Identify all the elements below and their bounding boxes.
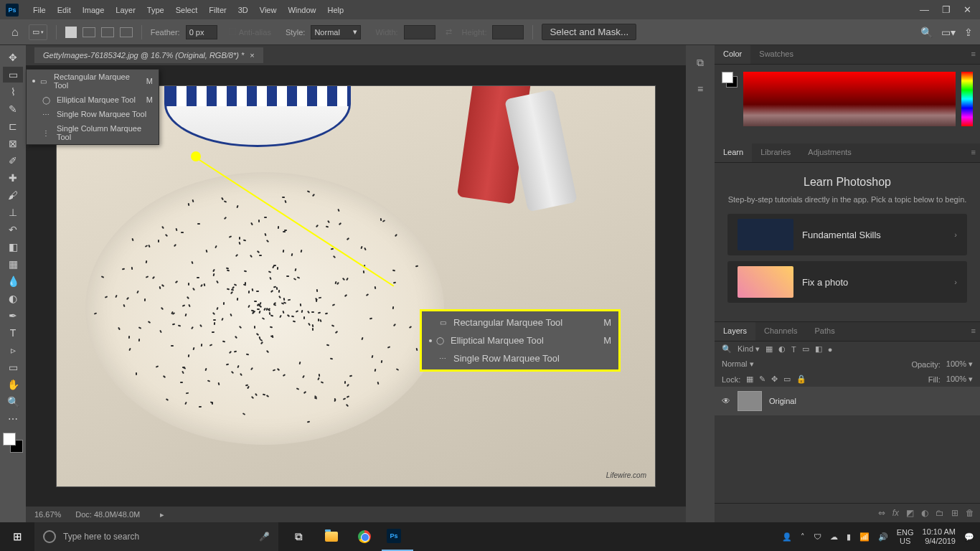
fx-icon[interactable]: fx xyxy=(892,508,899,518)
menu-type[interactable]: Type xyxy=(141,3,170,17)
edit-toolbar[interactable]: ⋯ xyxy=(3,411,23,427)
volume-icon[interactable]: 🔊 xyxy=(878,532,888,542)
layer-thumbnail[interactable] xyxy=(738,391,762,411)
brush-tool[interactable]: 🖌 xyxy=(3,187,23,203)
history-icon[interactable]: ⧉ xyxy=(697,57,704,69)
mic-icon[interactable]: 🎤 xyxy=(259,532,270,542)
menu-3d[interactable]: 3D xyxy=(232,3,254,17)
clock[interactable]: 10:10 AM9/4/2019 xyxy=(923,527,956,546)
people-icon[interactable]: 👤 xyxy=(782,532,792,542)
layer-name[interactable]: Original xyxy=(769,397,796,405)
menu-image[interactable]: Image xyxy=(77,3,110,17)
explorer-icon[interactable] xyxy=(316,522,347,551)
lasso-tool[interactable]: ⌇ xyxy=(3,84,23,100)
search-icon[interactable]: 🔍 xyxy=(920,27,933,38)
delete-icon[interactable]: 🗑 xyxy=(966,508,974,518)
menu-layer[interactable]: Layer xyxy=(110,3,141,17)
status-chevron-icon[interactable]: ▸ xyxy=(160,510,164,519)
flyout-single-row-marquee-tool[interactable]: ⋯Single Row Marquee Tool xyxy=(422,349,618,367)
panel-menu-icon[interactable]: ≡ xyxy=(967,143,980,162)
clone-tool[interactable]: ⊥ xyxy=(3,204,23,220)
task-view-icon[interactable]: ⧉ xyxy=(283,522,314,551)
tab-layers[interactable]: Layers xyxy=(715,322,755,341)
crop-tool[interactable]: ⊏ xyxy=(3,118,23,134)
tab-learn[interactable]: Learn xyxy=(715,143,752,162)
layer-row[interactable]: 👁 Original xyxy=(715,387,980,415)
eyedropper-tool[interactable]: ✐ xyxy=(3,153,23,169)
flyout-single-column-marquee-tool[interactable]: ⋮Single Column Marquee Tool xyxy=(27,121,159,144)
menu-select[interactable]: Select xyxy=(170,3,204,17)
workspace-icon[interactable]: ▭▾ xyxy=(941,27,956,38)
notifications-icon[interactable]: 💬 xyxy=(964,532,974,542)
mask-icon[interactable]: ◩ xyxy=(906,508,914,518)
cloud-icon[interactable]: ☁ xyxy=(830,532,838,542)
properties-icon[interactable]: ≡ xyxy=(697,83,703,95)
type-tool[interactable]: T xyxy=(3,325,23,341)
hand-tool[interactable]: ✋ xyxy=(3,377,23,392)
healing-tool[interactable]: ✚ xyxy=(3,170,23,186)
document-tab[interactable]: GettyImages-76185342.jpg @ 16.7% (Origin… xyxy=(34,47,263,63)
flyout-rectangular-marquee-tool[interactable]: ▭Rectangular Marquee ToolM xyxy=(27,70,159,93)
panel-menu-icon[interactable]: ≡ xyxy=(967,45,980,64)
security-icon[interactable]: 🛡 xyxy=(814,532,821,541)
menu-window[interactable]: Window xyxy=(282,3,321,17)
menu-filter[interactable]: Filter xyxy=(203,3,232,17)
marquee-tool[interactable]: ▭ xyxy=(3,67,23,83)
color-spectrum[interactable] xyxy=(743,72,956,126)
opacity-input[interactable]: 100% ▾ xyxy=(946,359,973,369)
battery-icon[interactable]: ▮ xyxy=(847,532,851,542)
minimize-button[interactable]: — xyxy=(920,4,929,15)
menu-file[interactable]: File xyxy=(27,3,52,17)
hue-strip[interactable] xyxy=(961,72,973,126)
flyout-single-row-marquee-tool[interactable]: ⋯Single Row Marquee Tool xyxy=(27,107,159,121)
menu-help[interactable]: Help xyxy=(322,3,350,17)
selection-new-icon[interactable] xyxy=(65,27,77,38)
menu-view[interactable]: View xyxy=(254,3,283,17)
tab-swatches[interactable]: Swatches xyxy=(750,45,802,64)
close-button[interactable]: ✕ xyxy=(963,4,971,15)
eraser-tool[interactable]: ◧ xyxy=(3,239,23,255)
menu-edit[interactable]: Edit xyxy=(52,3,77,17)
group-icon[interactable]: 🗀 xyxy=(936,508,944,518)
taskbar-search[interactable]: Type here to search 🎤 xyxy=(34,522,278,551)
visibility-icon[interactable]: 👁 xyxy=(722,396,730,406)
wifi-icon[interactable]: 📶 xyxy=(859,532,870,542)
close-tab-icon[interactable]: × xyxy=(250,51,254,60)
selection-add-icon[interactable] xyxy=(83,27,95,37)
zoom-level[interactable]: 16.67% xyxy=(34,510,61,519)
style-select[interactable]: Normal▾ xyxy=(311,25,361,39)
zoom-tool[interactable]: 🔍 xyxy=(3,394,23,410)
layer-kind-select[interactable]: Kind ▾ xyxy=(738,344,760,354)
color-swatches[interactable] xyxy=(722,72,738,88)
flyout-elliptical-marquee-tool[interactable]: ◯Elliptical Marquee ToolM xyxy=(422,331,618,349)
gradient-tool[interactable]: ▦ xyxy=(3,256,23,272)
adjustment-icon[interactable]: ◐ xyxy=(921,508,928,518)
feather-input[interactable] xyxy=(186,25,217,39)
tab-paths[interactable]: Paths xyxy=(806,322,844,341)
home-icon[interactable]: ⌂ xyxy=(7,23,23,42)
tab-adjustments[interactable]: Adjustments xyxy=(799,143,860,162)
pen-tool[interactable]: ✒ xyxy=(3,308,23,324)
select-and-mask-button[interactable]: Select and Mask... xyxy=(542,24,636,40)
share-icon[interactable]: ⇪ xyxy=(964,27,973,38)
photoshop-taskbar-icon[interactable]: Ps xyxy=(382,522,413,551)
tray-chevron-icon[interactable]: ˄ xyxy=(801,532,805,542)
dodge-tool[interactable]: ◐ xyxy=(3,291,23,306)
frame-tool[interactable]: ⊠ xyxy=(3,136,23,151)
current-tool-icon[interactable]: ▭▾ xyxy=(29,24,47,40)
link-icon[interactable]: ⇔ xyxy=(878,508,885,518)
flyout-rectangular-marquee-tool[interactable]: ▭Rectangular Marquee ToolM xyxy=(422,314,618,331)
rectangle-tool[interactable]: ▭ xyxy=(3,359,23,375)
maximize-button[interactable]: ❐ xyxy=(942,4,951,15)
start-button[interactable]: ⊞ xyxy=(0,530,34,543)
learn-card-fundamentals[interactable]: Fundamental Skills› xyxy=(727,214,967,255)
language-indicator[interactable]: ENGUS xyxy=(897,528,914,545)
fill-input[interactable]: 100% ▾ xyxy=(946,375,973,384)
learn-card-fix-photo[interactable]: Fix a photo› xyxy=(727,261,967,303)
chrome-icon[interactable] xyxy=(349,522,380,551)
quick-select-tool[interactable]: ✎ xyxy=(3,101,23,117)
doc-size[interactable]: Doc: 48.0M/48.0M xyxy=(75,510,140,519)
selection-intersect-icon[interactable] xyxy=(120,27,133,37)
new-layer-icon[interactable]: ⊞ xyxy=(951,508,958,518)
selection-subtract-icon[interactable] xyxy=(101,27,114,37)
